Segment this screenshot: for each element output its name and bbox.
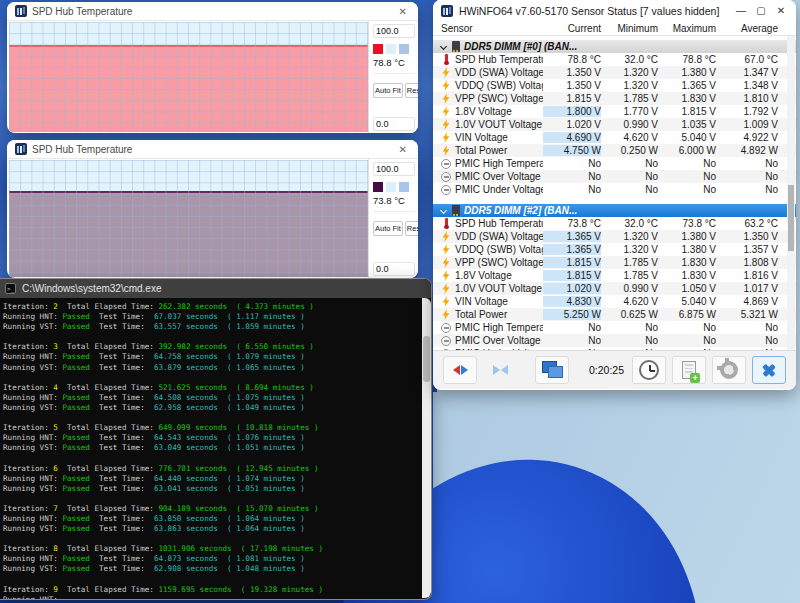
cmd-scrollbar[interactable] <box>422 298 431 598</box>
minimize-icon[interactable]: — <box>734 5 748 16</box>
dimm-module-icon <box>452 41 460 52</box>
report-button[interactable] <box>672 356 706 384</box>
cycle-sensors-button[interactable] <box>443 356 477 384</box>
sensor-row[interactable]: PMIC Under VoltageNoNoNoNo <box>433 183 796 196</box>
color-swatch[interactable] <box>373 182 383 192</box>
sensor-row[interactable]: Total Power5.250 W0.625 W6.875 W5.321 W <box>433 308 796 321</box>
clock-icon <box>639 360 659 380</box>
sensor-value-max: 1.830 V <box>658 93 716 104</box>
sensor-table: DDR5 DIMM [#0] (BAN...SPD Hub Temperatur… <box>433 36 796 350</box>
cmd-scrollbar-thumb[interactable] <box>423 336 430 382</box>
graph-title-bar[interactable]: SPD Hub Temperature ✕ <box>7 140 418 159</box>
sensor-row[interactable]: VPP (SWC) Voltage1.815 V1.785 V1.830 V1.… <box>433 92 796 105</box>
uptime-counter: 0:20:25 <box>589 364 624 376</box>
sensor-row[interactable]: VDDQ (SWB) Voltage1.365 V1.320 V1.380 V1… <box>433 243 796 256</box>
sensor-row[interactable]: SPD Hub Temperature78.8 °C32.0 °C78.8 °C… <box>433 53 796 66</box>
sensor-value-min: No <box>601 171 658 182</box>
sensor-row[interactable]: VDD (SWA) Voltage1.365 V1.320 V1.380 V1.… <box>433 230 796 243</box>
collapse-arrows-button[interactable] <box>483 356 517 384</box>
sensor-value-min: 0.625 W <box>601 309 658 320</box>
sensor-value-current: No <box>543 348 601 350</box>
sensor-row[interactable]: VDDQ (SWB) Voltage1.350 V1.320 V1.365 V1… <box>433 79 796 92</box>
sensor-name: PMIC Over Voltage <box>455 171 541 182</box>
color-swatch[interactable] <box>386 182 396 192</box>
arrow-right-icon <box>461 365 468 375</box>
close-icon[interactable]: ✕ <box>774 5 788 16</box>
graph-max-input[interactable] <box>373 24 415 38</box>
sensor-value-max: No <box>658 348 716 350</box>
sensor-row[interactable]: PMIC High TemperatureNoNoNoNo <box>433 321 796 334</box>
auto-fit-button[interactable]: Auto Fit <box>373 221 403 236</box>
sensor-row[interactable]: 1.8V Voltage1.815 V1.785 V1.830 V1.816 V <box>433 269 796 282</box>
graph-min-input[interactable] <box>373 117 415 131</box>
column-header-average[interactable]: Average <box>716 23 778 34</box>
color-swatch[interactable] <box>399 44 409 54</box>
sensor-value-current: 4.750 W <box>543 145 601 156</box>
column-header-current[interactable]: Current <box>543 23 601 34</box>
sensor-value-max: 1.365 V <box>658 80 716 91</box>
graph-min-input[interactable] <box>373 262 415 276</box>
console-line: Iteration: 9 Total Elapsed Time: 1159.69… <box>3 585 417 595</box>
sensor-value-current: No <box>543 184 601 195</box>
sensor-value-avg: 1.347 V <box>716 67 778 78</box>
sensor-value-max: 1.380 V <box>658 67 716 78</box>
clock-button[interactable] <box>632 356 666 384</box>
reset-button[interactable]: Reset <box>405 221 418 236</box>
sensor-group-row[interactable]: DDR5 DIMM [#2] (BAN... <box>433 204 796 217</box>
close-icon[interactable]: ✕ <box>396 6 410 17</box>
column-header-maximum[interactable]: Maximum <box>658 23 716 34</box>
sensor-value-max: No <box>658 158 716 169</box>
sensor-row[interactable]: PMIC Over VoltageNoNoNoNo <box>433 170 796 183</box>
chevron-down-icon[interactable] <box>440 43 447 50</box>
hwinfo-title-bar[interactable]: HWiNFO64 v7.60-5170 Sensor Status [7 val… <box>433 0 796 21</box>
cmd-icon: >_ <box>5 283 16 294</box>
remote-monitoring-button[interactable] <box>535 356 569 384</box>
sensor-row[interactable]: SPD Hub Temperature73.8 °C32.0 °C73.8 °C… <box>433 217 796 230</box>
hwinfo-scrollbar[interactable] <box>787 36 795 350</box>
pmic-status-icon <box>441 184 451 195</box>
color-swatch[interactable] <box>399 182 409 192</box>
sensor-row[interactable]: 1.0V VOUT Voltage1.020 V0.990 V1.035 V1.… <box>433 118 796 131</box>
sensor-value-min: No <box>601 322 658 333</box>
sensor-value-max: 1.830 V <box>658 257 716 268</box>
chevron-down-icon[interactable] <box>440 207 447 214</box>
maximize-icon[interactable]: ▢ <box>754 5 768 16</box>
sensor-row[interactable]: VDD (SWA) Voltage1.350 V1.320 V1.380 V1.… <box>433 66 796 79</box>
sensor-value-max: 6.875 W <box>658 309 716 320</box>
close-sensors-button[interactable] <box>752 356 786 384</box>
sensor-value-current: No <box>543 171 601 182</box>
graph-window-title: SPD Hub Temperature <box>32 144 391 155</box>
sensor-row[interactable]: 1.8V Voltage1.800 V1.770 V1.815 V1.792 V <box>433 105 796 118</box>
cmd-title-bar[interactable]: >_ C:\Windows\system32\cmd.exe <box>0 279 431 298</box>
column-header-minimum[interactable]: Minimum <box>601 23 658 34</box>
auto-fit-button[interactable]: Auto Fit <box>373 83 403 98</box>
sensor-name: 1.0V VOUT Voltage <box>455 283 542 294</box>
color-swatch[interactable] <box>386 44 396 54</box>
console-body: Iteration: 2 Total Elapsed Time: 262.382… <box>0 298 431 599</box>
sensor-name: PMIC Over Voltage <box>455 335 541 346</box>
sensor-row[interactable]: VIN Voltage4.830 V4.620 V5.040 V4.869 V <box>433 295 796 308</box>
graph-title-bar[interactable]: SPD Hub Temperature ✕ <box>7 2 418 21</box>
close-icon[interactable]: ✕ <box>396 144 410 155</box>
settings-button[interactable] <box>712 356 746 384</box>
console-line: Running VST: Passed Test Time: 63.863 se… <box>3 524 417 534</box>
color-swatch[interactable] <box>373 44 383 54</box>
voltage-bolt-icon <box>441 270 451 281</box>
console-line: Iteration: 8 Total Elapsed Time: 1031.90… <box>3 544 417 554</box>
column-header-sensor[interactable]: Sensor <box>441 23 543 34</box>
sensor-row[interactable]: VIN Voltage4.690 V4.620 V5.040 V4.922 V <box>433 131 796 144</box>
sensor-row[interactable]: PMIC High TemperatureNoNoNoNo <box>433 157 796 170</box>
sensor-row[interactable]: Total Power4.750 W0.250 W6.000 W4.892 W <box>433 144 796 157</box>
hwinfo-scrollbar-thumb[interactable] <box>788 185 794 251</box>
sensor-row[interactable]: VPP (SWC) Voltage1.815 V1.785 V1.830 V1.… <box>433 256 796 269</box>
report-add-icon <box>682 361 696 379</box>
sensor-group-row[interactable]: DDR5 DIMM [#0] (BAN... <box>433 40 796 53</box>
sensor-row[interactable]: PMIC Under VoltageNoNoNoNo <box>433 347 796 350</box>
sensor-row[interactable]: PMIC Over VoltageNoNoNoNo <box>433 334 796 347</box>
graph-max-input[interactable] <box>373 162 415 176</box>
sensor-value-max: 1.050 V <box>658 283 716 294</box>
voltage-bolt-icon <box>441 296 451 307</box>
console-line: Running HNT: Passed Test Time: 64.758 se… <box>3 352 417 362</box>
reset-button[interactable]: Reset <box>405 83 418 98</box>
sensor-row[interactable]: 1.0V VOUT Voltage1.020 V0.990 V1.050 V1.… <box>433 282 796 295</box>
